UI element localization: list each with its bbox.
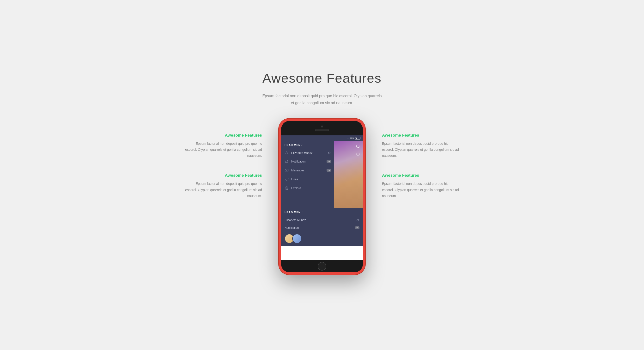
- search-icon-btn: [355, 143, 362, 150]
- svg-point-0: [286, 152, 287, 153]
- section-title: Awesome Features: [262, 70, 382, 86]
- menu-item-likes: Likes: [281, 175, 334, 184]
- avatar-row: [281, 232, 363, 246]
- screen-photo: [334, 141, 363, 208]
- home-button[interactable]: [318, 262, 326, 270]
- menu2-user-item: Elizabeth Munoz ⚙: [281, 216, 363, 224]
- messages-badge: 16: [326, 169, 331, 172]
- screen-menu: HEAD MENU Elizabeth Munoz ⚙: [281, 141, 334, 208]
- menu2-notification-item: Notification 25: [281, 224, 363, 232]
- menu2-header: HEAD MENU: [281, 208, 363, 216]
- right-feature-2-text: Epsum factorial non deposit quid pro quo…: [382, 181, 459, 199]
- menu-user-item: Elizabeth Munoz ⚙: [281, 149, 334, 157]
- explore-label: Explore: [291, 186, 331, 190]
- section-subtitle: Epsum factorial non deposit quid pro quo…: [262, 93, 382, 106]
- phone-top: [281, 121, 363, 136]
- left-feature-2-text: Epsum factorial non deposit quid pro quo…: [185, 181, 262, 199]
- menu-items-list: Notification 26 Messages 16: [281, 157, 334, 192]
- left-feature-1: Awesome Features Epsum factorial non dep…: [185, 133, 262, 159]
- right-feature-1-title: Awesome Features: [382, 133, 459, 138]
- photo-person: [334, 161, 363, 208]
- left-feature-1-title: Awesome Features: [185, 133, 262, 138]
- heart-icon-btn: [355, 151, 362, 158]
- svg-point-4: [356, 145, 359, 148]
- content-row: Awesome Features Epsum factorial non dep…: [171, 118, 474, 274]
- phone-camera: [321, 126, 323, 128]
- photo-overlay-icons: [353, 141, 363, 160]
- phone-mockup: ✦ 22% HEAD MENU: [279, 118, 365, 274]
- left-feature-2-title: Awesome Features: [185, 173, 262, 178]
- right-feature-2: Awesome Features Epsum factorial non dep…: [382, 173, 459, 199]
- page-wrapper: Awesome Features Epsum factorial non dep…: [161, 56, 483, 294]
- phone-container: ✦ 22% HEAD MENU: [276, 118, 368, 274]
- right-feature-2-title: Awesome Features: [382, 173, 459, 178]
- bell-icon: [284, 160, 289, 164]
- menu-item-explore: Explore: [281, 184, 334, 192]
- heart-icon: [284, 177, 289, 182]
- phone-screen: ✦ 22% HEAD MENU: [281, 136, 363, 260]
- user-icon: [284, 151, 289, 155]
- right-feature-1: Awesome Features Epsum factorial non dep…: [382, 133, 459, 159]
- screen-menu-2: HEAD MENU Elizabeth Munoz ⚙ Notification…: [281, 208, 363, 246]
- left-feature-1-text: Epsum factorial non deposit quid pro quo…: [185, 141, 262, 159]
- left-feature-2: Awesome Features Epsum factorial non dep…: [185, 173, 262, 199]
- battery-percent: 22%: [350, 137, 354, 140]
- avatar-2: [292, 234, 302, 244]
- section-header: Awesome Features Epsum factorial non dep…: [262, 70, 382, 106]
- menu-item-messages: Messages 16: [281, 166, 334, 175]
- battery-icon: [355, 137, 360, 140]
- globe-icon: [284, 186, 289, 190]
- notification-badge: 26: [326, 160, 331, 163]
- notification-label: Notification: [291, 160, 326, 163]
- menu-item-notification: Notification 26: [281, 157, 334, 166]
- screen-split: HEAD MENU Elizabeth Munoz ⚙: [281, 141, 363, 208]
- menu1-header: HEAD MENU: [281, 141, 334, 149]
- menu2-notification-badge: 25: [355, 226, 360, 229]
- left-feature-column: Awesome Features Epsum factorial non dep…: [185, 118, 276, 199]
- messages-label: Messages: [291, 169, 326, 172]
- gear-icon-2: ⚙: [356, 218, 360, 222]
- menu2-user-name: Elizabeth Munoz: [284, 218, 356, 222]
- likes-label: Likes: [291, 178, 331, 181]
- mail-icon: [284, 168, 289, 172]
- right-feature-1-text: Epsum factorial non deposit quid pro quo…: [382, 141, 459, 159]
- battery-fill: [356, 138, 356, 139]
- status-bar: ✦ 22%: [281, 136, 363, 141]
- menu-user-name: Elizabeth Munoz: [291, 151, 328, 154]
- phone-bottom: [281, 260, 363, 272]
- menu2-notification-label: Notification: [284, 226, 355, 230]
- gear-icon: ⚙: [328, 151, 331, 155]
- right-feature-column: Awesome Features Epsum factorial non dep…: [368, 118, 459, 199]
- bluetooth-icon: ✦: [347, 137, 349, 140]
- phone-speaker: [315, 129, 329, 131]
- svg-line-5: [359, 147, 360, 148]
